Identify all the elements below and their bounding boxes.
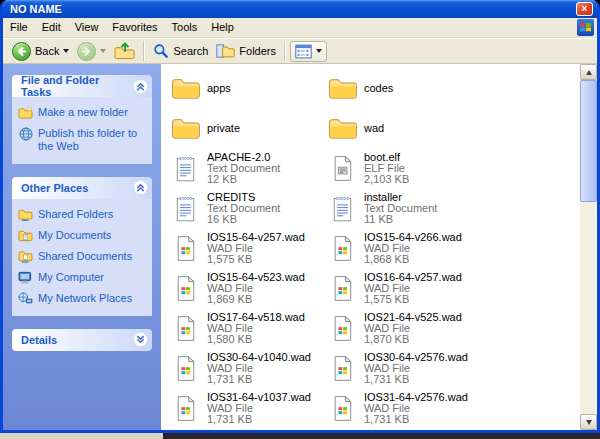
file-text: IOS31-64-v1037.wadWAD File1,731 KB [207,392,311,425]
window-title: NO NAME [10,3,62,15]
file-type: WAD File [207,243,305,254]
sidebar-item-publish-this-folder-to-the-web[interactable]: Publish this folder to the Web [18,127,146,153]
scrollbar-track[interactable] [580,80,597,414]
file-type: Text Document [207,163,280,174]
file-installer[interactable]: installerText Document11 KB [327,188,490,228]
file-type: WAD File [364,243,462,254]
sidebar-item-my-network-places[interactable]: My Network Places [18,292,146,305]
scrollbar-thumb[interactable] [580,80,597,202]
folders-button[interactable]: Folders [212,41,280,61]
up-folder-icon [114,42,135,60]
explorer-window: NO NAME × FileEditViewFavoritesToolsHelp… [0,0,600,433]
file-name: boot.elf [364,152,409,163]
folder-private[interactable]: private [170,108,327,148]
up-button[interactable] [110,40,139,62]
file-text: IOS30-64-v2576.wadWAD File1,731 KB [364,352,468,385]
file-name: CREDITS [207,192,280,203]
sidebar-item-make-a-new-folder[interactable]: Make a new folder [18,106,146,119]
search-icon [153,43,169,59]
file-name: IOS15-64-v257.wad [207,232,305,243]
search-button[interactable]: Search [149,41,212,61]
file-list-area: appscodesprivatewadAPACHE-2.0Text Docume… [161,64,580,430]
wad-file-icon [327,275,358,302]
file-type: WAD File [364,323,462,334]
panel-title: File and Folder Tasks [21,74,132,98]
sidebar-item-shared-documents[interactable]: Shared Documents [18,250,146,263]
windows-logo-icon [577,19,594,36]
forward-button[interactable] [73,40,110,63]
task-pane: File and Folder TasksMake a new folderPu… [3,64,161,430]
file-ios17-64-v518-wad[interactable]: IOS17-64-v518.wadWAD File1,580 KB [170,308,327,348]
file-ios31-64-v2576-wad[interactable]: IOS31-64-v2576.wadWAD File1,731 KB [327,388,490,428]
back-button[interactable]: Back [8,40,73,63]
views-dropdown-icon [316,49,322,53]
file-size: 1,575 KB [207,254,305,265]
folder-icon [327,116,358,140]
file-ios30-64-v2576-wad[interactable]: IOS30-64-v2576.wadWAD File1,731 KB [327,348,490,388]
toolbar-separator [143,41,145,61]
file-type: Text Document [207,203,280,214]
close-button[interactable]: × [576,2,593,16]
forward-arrow-icon [77,42,96,61]
sidebar-item-my-documents[interactable]: My Documents [18,229,146,242]
file-type: WAD File [207,403,311,414]
file-credits[interactable]: CREDITSText Document16 KB [170,188,327,228]
file-size: 1,870 KB [364,334,462,345]
folder-wad[interactable]: wad [327,108,490,148]
menu-favorites[interactable]: Favorites [105,18,164,37]
wad-file-icon [170,355,201,382]
wad-file-icon [170,315,201,342]
file-text: IOS31-64-v2576.wadWAD File1,731 KB [364,392,468,425]
file-ios15-64-v266-wad[interactable]: IOS15-64-v266.wadWAD File1,868 KB [327,228,490,268]
file-text: IOS16-64-v257.wadWAD File1,575 KB [364,272,462,305]
menu-view[interactable]: View [68,18,106,37]
sidebar-item-shared-folders[interactable]: Shared Folders [18,208,146,221]
file-apache-2-0[interactable]: APACHE-2.0Text Document12 KB [170,148,327,188]
menu-tools[interactable]: Tools [165,18,205,37]
menu-file[interactable]: File [3,18,35,37]
scroll-up-button[interactable] [580,64,597,80]
views-button[interactable] [290,41,327,62]
panel-header-file-and-folder-tasks[interactable]: File and Folder Tasks [12,75,152,97]
file-type: Text Document [364,203,437,214]
file-size: 2,103 KB [364,174,409,185]
folders-icon [216,43,235,59]
wad-file-icon [327,315,358,342]
file-name: wad [364,123,384,134]
scroll-down-button[interactable] [580,414,597,430]
folder-icon [327,76,358,100]
desktop-strip-right [163,433,600,439]
file-ios15-64-v523-wad[interactable]: IOS15-64-v523.wadWAD File1,869 KB [170,268,327,308]
file-type: WAD File [207,363,311,374]
toolbar: Back Search Folders [3,38,597,64]
file-size: 1,731 KB [207,414,311,425]
file-ios16-64-v257-wad[interactable]: IOS16-64-v257.wadWAD File1,575 KB [327,268,490,308]
menu-help[interactable]: Help [204,18,241,37]
search-button-label: Search [173,45,208,57]
file-ios31-64-v1037-wad[interactable]: IOS31-64-v1037.wadWAD File1,731 KB [170,388,327,428]
sidebar-item-my-computer[interactable]: My Computer [18,271,146,284]
file-size: 1,580 KB [207,334,305,345]
panel-header-other-places[interactable]: Other Places [12,177,152,199]
panel-header-details[interactable]: Details [12,329,152,351]
file-boot-elf[interactable]: boot.elfELF File2,103 KB [327,148,490,188]
elf-file-icon [327,155,358,182]
file-name: APACHE-2.0 [207,152,280,163]
vertical-scrollbar[interactable] [580,64,597,430]
file-text: apps [207,83,231,94]
file-ios15-64-v257-wad[interactable]: IOS15-64-v257.wadWAD File1,575 KB [170,228,327,268]
panel-title: Other Places [21,182,88,194]
file-name: codes [364,83,393,94]
folder-apps[interactable]: apps [170,68,327,108]
chevron-down-icon [132,331,149,348]
file-text: private [207,123,240,134]
file-ios30-64-v1040-wad[interactable]: IOS30-64-v1040.wadWAD File1,731 KB [170,348,327,388]
panel-other-places: Other PlacesShared FoldersMy DocumentsSh… [12,177,152,316]
menu-edit[interactable]: Edit [35,18,68,37]
file-ios21-64-v525-wad[interactable]: IOS21-64-v525.wadWAD File1,870 KB [327,308,490,348]
file-text: wad [364,123,384,134]
file-size: 1,868 KB [364,254,462,265]
text-document-icon [170,195,201,222]
folder-codes[interactable]: codes [327,68,490,108]
file-type: WAD File [364,403,468,414]
